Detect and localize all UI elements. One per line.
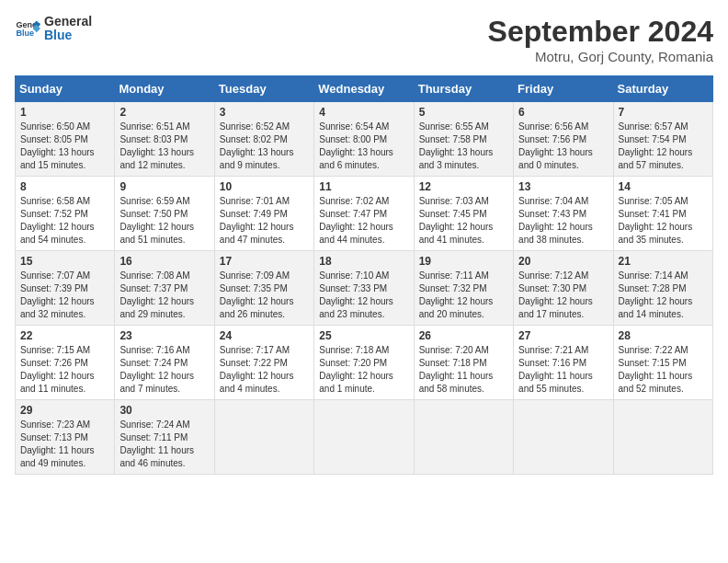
day-cell-27: 27 Sunrise: 7:21 AMSunset: 7:16 PMDaylig… — [514, 326, 613, 400]
day-number: 30 — [119, 404, 209, 417]
day-info: Sunrise: 7:21 AMSunset: 7:16 PMDaylight:… — [518, 344, 608, 396]
svg-text:Blue: Blue — [16, 29, 34, 39]
day-info: Sunrise: 6:54 AMSunset: 8:00 PMDaylight:… — [319, 121, 408, 172]
day-info: Sunrise: 6:57 AMSunset: 7:54 PMDaylight:… — [619, 121, 708, 172]
day-number: 3 — [220, 106, 309, 119]
day-info: Sunrise: 7:22 AMSunset: 7:15 PMDaylight:… — [619, 344, 708, 396]
week-row-4: 22 Sunrise: 7:15 AMSunset: 7:26 PMDaylig… — [16, 326, 713, 400]
day-header-tuesday: Tuesday — [214, 76, 313, 102]
day-cell-1: 1 Sunrise: 6:50 AMSunset: 8:05 PMDayligh… — [16, 102, 115, 177]
day-header-friday: Friday — [514, 76, 613, 102]
day-number: 7 — [619, 106, 708, 119]
day-number: 2 — [119, 106, 209, 119]
day-number: 24 — [220, 329, 309, 342]
day-cell-18: 18 Sunrise: 7:10 AMSunset: 7:33 PMDaylig… — [314, 251, 414, 326]
day-number: 29 — [20, 404, 109, 417]
logo-general: General — [44, 15, 92, 29]
header: General Blue General Blue September 2024… — [15, 15, 713, 64]
day-cell-10: 10 Sunrise: 7:01 AMSunset: 7:49 PMDaylig… — [214, 177, 313, 251]
day-header-monday: Monday — [115, 76, 214, 102]
day-number: 5 — [419, 106, 508, 119]
day-cell-3: 3 Sunrise: 6:52 AMSunset: 8:02 PMDayligh… — [214, 102, 313, 177]
empty-cell — [214, 400, 313, 475]
empty-cell — [414, 400, 513, 475]
day-cell-2: 2 Sunrise: 6:51 AMSunset: 8:03 PMDayligh… — [115, 102, 214, 177]
day-number: 6 — [518, 106, 608, 119]
day-cell-9: 9 Sunrise: 6:59 AMSunset: 7:50 PMDayligh… — [115, 177, 214, 251]
day-number: 10 — [220, 180, 309, 193]
day-number: 12 — [419, 180, 508, 193]
empty-cell — [514, 400, 613, 475]
day-number: 19 — [419, 255, 508, 268]
week-row-2: 8 Sunrise: 6:58 AMSunset: 7:52 PMDayligh… — [16, 177, 713, 251]
logo-blue: Blue — [44, 29, 92, 42]
day-info: Sunrise: 7:18 AMSunset: 7:20 PMDaylight:… — [319, 344, 408, 396]
day-number: 26 — [419, 329, 508, 342]
day-cell-8: 8 Sunrise: 6:58 AMSunset: 7:52 PMDayligh… — [16, 177, 115, 251]
day-cell-15: 15 Sunrise: 7:07 AMSunset: 7:39 PMDaylig… — [16, 251, 115, 326]
day-info: Sunrise: 6:52 AMSunset: 8:02 PMDaylight:… — [220, 121, 309, 172]
week-row-1: 1 Sunrise: 6:50 AMSunset: 8:05 PMDayligh… — [16, 102, 713, 177]
day-info: Sunrise: 7:04 AMSunset: 7:43 PMDaylight:… — [518, 195, 608, 247]
day-cell-11: 11 Sunrise: 7:02 AMSunset: 7:47 PMDaylig… — [314, 177, 414, 251]
empty-cell — [613, 400, 712, 475]
day-info: Sunrise: 7:10 AMSunset: 7:33 PMDaylight:… — [319, 270, 408, 321]
logo: General Blue General Blue — [15, 15, 92, 43]
day-info: Sunrise: 7:07 AMSunset: 7:39 PMDaylight:… — [20, 270, 109, 321]
title-area: September 2024 Motru, Gorj County, Roman… — [488, 15, 713, 64]
day-cell-5: 5 Sunrise: 6:55 AMSunset: 7:58 PMDayligh… — [414, 102, 513, 177]
day-info: Sunrise: 6:56 AMSunset: 7:56 PMDaylight:… — [518, 121, 608, 172]
day-number: 21 — [619, 255, 708, 268]
day-number: 9 — [119, 180, 209, 193]
day-number: 28 — [619, 329, 708, 342]
day-info: Sunrise: 6:58 AMSunset: 7:52 PMDaylight:… — [20, 195, 109, 247]
day-info: Sunrise: 7:23 AMSunset: 7:13 PMDaylight:… — [20, 419, 109, 470]
day-header-saturday: Saturday — [613, 76, 712, 102]
day-number: 16 — [119, 255, 209, 268]
day-cell-7: 7 Sunrise: 6:57 AMSunset: 7:54 PMDayligh… — [613, 102, 712, 177]
day-number: 22 — [20, 329, 109, 342]
day-cell-14: 14 Sunrise: 7:05 AMSunset: 7:41 PMDaylig… — [613, 177, 712, 251]
day-number: 8 — [20, 180, 109, 193]
day-cell-19: 19 Sunrise: 7:11 AMSunset: 7:32 PMDaylig… — [414, 251, 513, 326]
day-number: 18 — [319, 255, 408, 268]
day-info: Sunrise: 6:50 AMSunset: 8:05 PMDaylight:… — [20, 121, 109, 172]
day-info: Sunrise: 6:55 AMSunset: 7:58 PMDaylight:… — [419, 121, 508, 172]
day-number: 14 — [619, 180, 708, 193]
day-info: Sunrise: 7:17 AMSunset: 7:22 PMDaylight:… — [220, 344, 309, 396]
day-number: 17 — [220, 255, 309, 268]
day-cell-4: 4 Sunrise: 6:54 AMSunset: 8:00 PMDayligh… — [314, 102, 414, 177]
day-cell-21: 21 Sunrise: 7:14 AMSunset: 7:28 PMDaylig… — [613, 251, 712, 326]
day-cell-13: 13 Sunrise: 7:04 AMSunset: 7:43 PMDaylig… — [514, 177, 613, 251]
day-info: Sunrise: 7:20 AMSunset: 7:18 PMDaylight:… — [419, 344, 508, 396]
day-number: 1 — [20, 106, 109, 119]
day-info: Sunrise: 7:24 AMSunset: 7:11 PMDaylight:… — [119, 419, 209, 470]
week-row-3: 15 Sunrise: 7:07 AMSunset: 7:39 PMDaylig… — [16, 251, 713, 326]
day-header-wednesday: Wednesday — [314, 76, 414, 102]
day-info: Sunrise: 7:01 AMSunset: 7:49 PMDaylight:… — [220, 195, 309, 247]
day-cell-29: 29 Sunrise: 7:23 AMSunset: 7:13 PMDaylig… — [16, 400, 115, 475]
day-number: 13 — [518, 180, 608, 193]
month-title: September 2024 — [488, 15, 713, 49]
day-header-thursday: Thursday — [414, 76, 513, 102]
day-cell-6: 6 Sunrise: 6:56 AMSunset: 7:56 PMDayligh… — [514, 102, 613, 177]
logo-icon: General Blue — [15, 16, 40, 41]
day-cell-26: 26 Sunrise: 7:20 AMSunset: 7:18 PMDaylig… — [414, 326, 513, 400]
day-number: 25 — [319, 329, 408, 342]
day-info: Sunrise: 6:59 AMSunset: 7:50 PMDaylight:… — [119, 195, 209, 247]
day-cell-25: 25 Sunrise: 7:18 AMSunset: 7:20 PMDaylig… — [314, 326, 414, 400]
empty-cell — [314, 400, 414, 475]
day-number: 4 — [319, 106, 408, 119]
day-cell-22: 22 Sunrise: 7:15 AMSunset: 7:26 PMDaylig… — [16, 326, 115, 400]
day-info: Sunrise: 7:09 AMSunset: 7:35 PMDaylight:… — [220, 270, 309, 321]
day-cell-30: 30 Sunrise: 7:24 AMSunset: 7:11 PMDaylig… — [115, 400, 214, 475]
day-cell-24: 24 Sunrise: 7:17 AMSunset: 7:22 PMDaylig… — [214, 326, 313, 400]
day-info: Sunrise: 7:14 AMSunset: 7:28 PMDaylight:… — [619, 270, 708, 321]
day-number: 27 — [518, 329, 608, 342]
location-title: Motru, Gorj County, Romania — [488, 49, 713, 64]
day-info: Sunrise: 7:16 AMSunset: 7:24 PMDaylight:… — [119, 344, 209, 396]
day-number: 23 — [119, 329, 209, 342]
day-cell-20: 20 Sunrise: 7:12 AMSunset: 7:30 PMDaylig… — [514, 251, 613, 326]
day-info: Sunrise: 7:02 AMSunset: 7:47 PMDaylight:… — [319, 195, 408, 247]
day-cell-28: 28 Sunrise: 7:22 AMSunset: 7:15 PMDaylig… — [613, 326, 712, 400]
